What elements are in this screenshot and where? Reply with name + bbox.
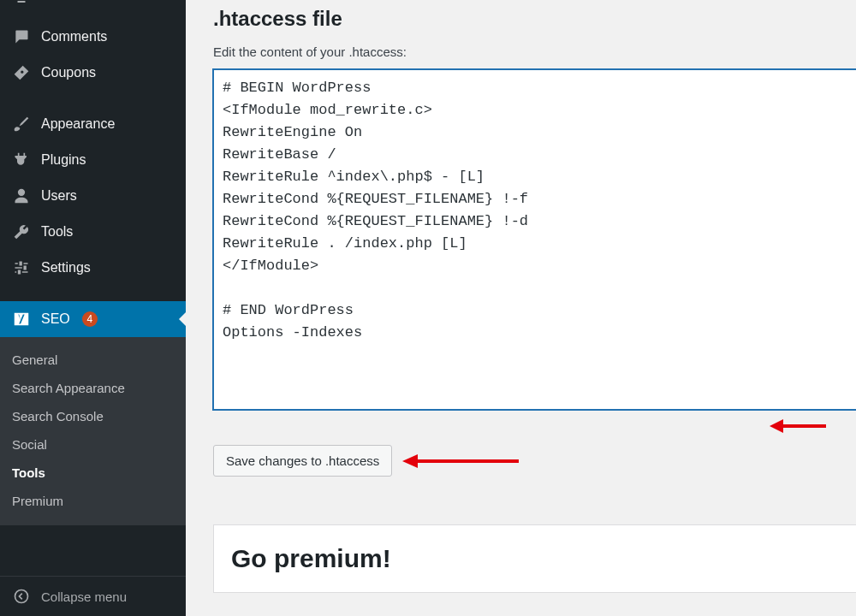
ticket-icon [12, 63, 31, 82]
sidebar-item-coupons[interactable]: Coupons [0, 55, 186, 91]
plug-icon [12, 151, 31, 169]
sidebar-item-label: Coupons [41, 65, 96, 80]
submenu-search-appearance[interactable]: Search Appearance [0, 374, 186, 402]
sidebar-item-label: Users [41, 188, 77, 204]
htaccess-textarea[interactable] [213, 69, 856, 410]
sidebar-item-settings[interactable]: Settings [0, 250, 186, 286]
sidebar: Comments Coupons Appearance Plugins [0, 0, 186, 616]
sidebar-item-label: SEO [41, 311, 70, 327]
sidebar-item-label: Comments [41, 29, 107, 44]
submenu-search-console[interactable]: Search Console [0, 402, 186, 430]
section-title: .htaccess file [213, 7, 856, 31]
update-badge: 4 [82, 311, 98, 327]
premium-promo-card: Go premium! [213, 524, 856, 593]
submenu-social[interactable]: Social [0, 430, 186, 459]
field-label: Edit the content of your .htaccess: [213, 44, 856, 59]
speech-icon [12, 27, 31, 46]
submenu-premium[interactable]: Premium [0, 487, 186, 515]
sidebar-item-plugins[interactable]: Plugins [0, 142, 186, 178]
arrow-annotation-icon [401, 452, 520, 471]
premium-title: Go premium! [231, 544, 839, 573]
chevron-left-circle-icon [12, 587, 31, 606]
collapse-label: Collapse menu [41, 589, 127, 604]
svg-point-0 [15, 590, 28, 603]
sidebar-item-label: Plugins [41, 152, 86, 168]
main-content: .htaccess file Edit the content of your … [186, 0, 856, 616]
arrow-annotation-icon [768, 417, 828, 438]
sidebar-item-appearance[interactable]: Appearance [0, 106, 186, 142]
sidebar-item-truncated[interactable] [0, 0, 186, 19]
submenu-general[interactable]: General [0, 346, 186, 374]
sidebar-item-seo[interactable]: SEO 4 [0, 301, 186, 337]
seo-submenu: General Search Appearance Search Console… [0, 337, 186, 525]
speech-icon [12, 0, 31, 10]
sliders-icon [12, 258, 31, 277]
user-icon [12, 187, 31, 205]
save-htaccess-button[interactable]: Save changes to .htaccess [213, 445, 392, 477]
sidebar-item-tools[interactable]: Tools [0, 214, 186, 250]
yoast-icon [12, 310, 31, 329]
sidebar-item-label: Settings [41, 260, 91, 275]
sidebar-item-comments[interactable]: Comments [0, 19, 186, 55]
sidebar-item-label: Appearance [41, 116, 115, 132]
sidebar-item-label: Tools [41, 224, 73, 240]
brush-icon [12, 115, 31, 133]
sidebar-item-users[interactable]: Users [0, 178, 186, 214]
wrench-icon [12, 222, 31, 241]
submenu-tools[interactable]: Tools [0, 459, 186, 487]
collapse-menu[interactable]: Collapse menu [0, 576, 186, 616]
